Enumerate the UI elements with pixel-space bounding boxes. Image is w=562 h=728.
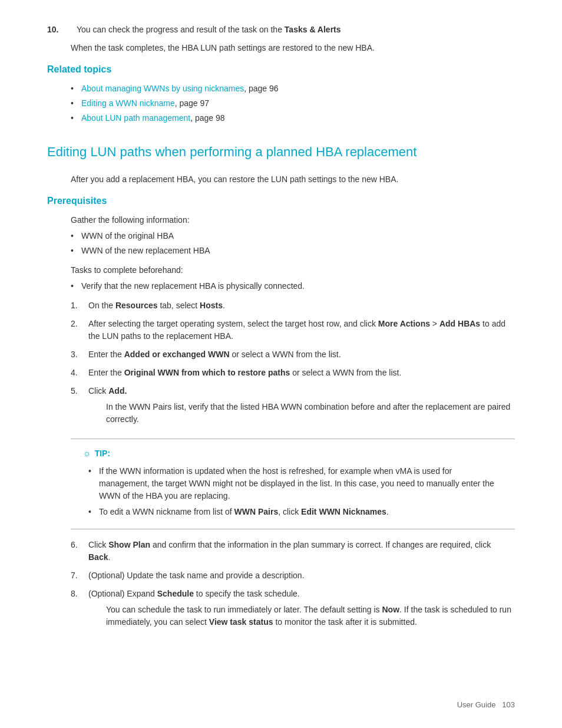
step-6-number: 6. — [71, 539, 88, 564]
step-8-content: (Optional) Expand Schedule to specify th… — [88, 588, 515, 632]
step-3-text-after: or select a WWN from the list. — [230, 350, 341, 359]
footer: User Guide 103 — [457, 699, 515, 711]
step-2-text-before: After selecting the target operating sys… — [88, 319, 378, 328]
list-item: To edit a WWN nickname from list of WWN … — [88, 506, 503, 518]
step-1-text-after: . — [223, 301, 225, 310]
tip-bullets: If the WWN information is updated when t… — [88, 465, 503, 518]
step-10: 10. You can check the progress and resul… — [47, 24, 515, 36]
list-item: WWN of the original HBA — [71, 230, 515, 242]
step-1: 1. On the Resources tab, select Hosts. — [71, 299, 515, 312]
list-item: WWN of the new replacement HBA — [71, 245, 515, 257]
step-5-sub: In the WWN Pairs list, verify that the l… — [106, 401, 515, 426]
step-1-number: 1. — [71, 299, 88, 312]
list-item: Editing a WWN nickname, page 97 — [71, 97, 515, 110]
step-7-content: (Optional) Update the task name and prov… — [88, 569, 515, 582]
steps-after-tip: 6. Click Show Plan and confirm that the … — [71, 539, 515, 632]
step-4-bold1: Original WWN from which to restore paths — [124, 368, 290, 377]
step-2-number: 2. — [71, 318, 88, 342]
step-5-text-before: Click — [88, 386, 108, 396]
list-item: Verify that the new replacement HBA is p… — [71, 280, 515, 292]
info-bullets-list: WWN of the original HBA WWN of the new r… — [71, 230, 515, 257]
step-1-bold2: Hosts — [200, 301, 223, 310]
step-10-number: 10. — [47, 24, 77, 36]
step-4-number: 4. — [71, 367, 88, 379]
link-wwn-nicknames[interactable]: About managing WWNs by using nicknames — [81, 84, 244, 93]
gather-text: Gather the following information: — [71, 214, 515, 226]
step-2: 2. After selecting the target operating … — [71, 318, 515, 342]
step-8-sub-bold2: View task status — [209, 617, 273, 627]
step-5-content: Click Add. In the WWN Pairs list, verify… — [88, 385, 515, 429]
step-6-mid: and confirm that the information in the … — [150, 540, 491, 549]
step-7-number: 7. — [71, 569, 88, 582]
step-8-before: (Optional) Expand — [88, 589, 157, 598]
step-5: 5. Click Add. In the WWN Pairs list, ver… — [71, 385, 515, 429]
prerequisites-heading: Prerequisites — [47, 194, 515, 208]
step-10-text-before: You can check the progress and result of… — [77, 25, 285, 34]
step-3-text-before: Enter the — [88, 350, 124, 359]
tip-bullet2-before: To edit a WWN nickname from list of — [99, 507, 234, 516]
intro-paragraph: After you add a replacement HBA, you can… — [71, 173, 515, 186]
step-8-after: to specify the task schedule. — [194, 589, 300, 598]
step-10-content: You can check the progress and result of… — [77, 24, 515, 36]
steps-list: 1. On the Resources tab, select Hosts. 2… — [71, 299, 515, 429]
tip-header: ☼ TIP: — [82, 446, 503, 460]
step-6-content: Click Show Plan and confirm that the inf… — [88, 539, 515, 564]
step-2-text-mid: > — [430, 319, 439, 328]
step-6-bold2: Back — [88, 552, 108, 562]
footer-label: User Guide — [457, 700, 496, 709]
step-8-sub-bold1: Now — [382, 605, 400, 614]
tasks-text: Tasks to complete beforehand: — [71, 264, 515, 276]
tip-icon: ☼ — [82, 446, 91, 460]
tip-bullet2-after: . — [386, 507, 389, 516]
tip-box: ☼ TIP: If the WWN information is updated… — [71, 439, 515, 529]
step-8-number: 8. — [71, 588, 88, 632]
list-item: If the WWN information is updated when t… — [88, 465, 503, 502]
related-topics-heading: Related topics — [47, 62, 515, 77]
step-6-bold1: Show Plan — [108, 540, 150, 549]
footer-page: 103 — [502, 700, 515, 709]
step-4: 4. Enter the Original WWN from which to … — [71, 367, 515, 379]
tip-bullet2-bold1: WWN Pairs — [234, 507, 279, 516]
link-lun-path-suffix: , page 98 — [190, 113, 224, 123]
step-3: 3. Enter the Added or exchanged WWN or s… — [71, 348, 515, 361]
step-6: 6. Click Show Plan and confirm that the … — [71, 539, 515, 564]
step-8: 8. (Optional) Expand Schedule to specify… — [71, 588, 515, 632]
step-10-bold: Tasks & Alerts — [285, 25, 341, 34]
step-8-sub: You can schedule the task to run immedia… — [106, 604, 515, 628]
step-3-bold1: Added or exchanged WWN — [124, 350, 230, 359]
prerequisites-section: Prerequisites Gather the following infor… — [47, 194, 515, 292]
related-topics-list: About managing WWNs by using nicknames, … — [71, 83, 515, 124]
step-2-bold2: Add HBAs — [439, 319, 480, 328]
step-6-before: Click — [88, 540, 108, 549]
step-4-content: Enter the Original WWN from which to res… — [88, 367, 515, 379]
related-topics-section: Related topics About managing WWNs by us… — [47, 62, 515, 124]
link-lun-path[interactable]: About LUN path management — [81, 113, 190, 123]
step-3-number: 3. — [71, 348, 88, 361]
task-bullets-list: Verify that the new replacement HBA is p… — [71, 280, 515, 292]
step-1-content: On the Resources tab, select Hosts. — [88, 299, 515, 312]
link-editing-wwn[interactable]: Editing a WWN nickname — [81, 98, 175, 108]
link-editing-wwn-suffix: , page 97 — [175, 98, 209, 108]
step-7: 7. (Optional) Update the task name and p… — [71, 569, 515, 582]
step-2-bold1: More Actions — [378, 319, 430, 328]
step-5-number: 5. — [71, 385, 88, 429]
step-3-content: Enter the Added or exchanged WWN or sele… — [88, 348, 515, 361]
step-1-text-mid: tab, select — [158, 301, 200, 310]
list-item: About managing WWNs by using nicknames, … — [71, 83, 515, 95]
tip-label: TIP: — [95, 447, 110, 460]
step-8-bold1: Schedule — [157, 589, 194, 598]
tip-bullet2-bold2: Edit WWN Nicknames — [301, 507, 386, 516]
step-6-after: . — [108, 552, 110, 562]
step-1-bold1: Resources — [115, 301, 158, 310]
step-2-content: After selecting the target operating sys… — [88, 318, 515, 342]
tip-bullet2-mid: , click — [278, 507, 301, 516]
step-8-sub-after: to monitor the task after it is submitte… — [273, 617, 417, 627]
step-4-text-before: Enter the — [88, 368, 124, 377]
step-5-bold1: Add. — [108, 386, 127, 396]
hba-paragraph: When the task completes, the HBA LUN pat… — [71, 42, 515, 54]
link-wwn-nicknames-suffix: , page 96 — [244, 84, 278, 93]
step-8-sub-before: You can schedule the task to run immedia… — [106, 605, 382, 614]
step-1-text-before: On the — [88, 301, 115, 310]
step-4-text-after: or select a WWN from the list. — [290, 368, 401, 377]
list-item: About LUN path management, page 98 — [71, 112, 515, 124]
